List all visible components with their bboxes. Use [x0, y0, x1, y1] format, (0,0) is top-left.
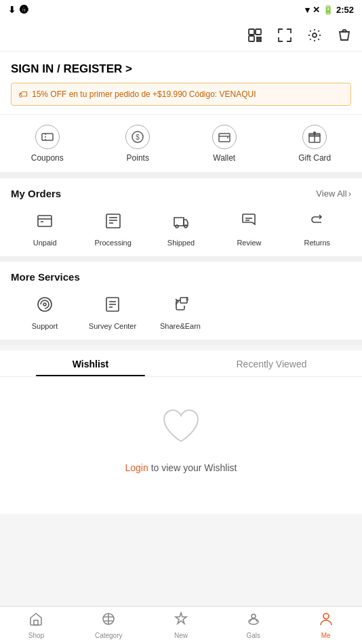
review-label: Review — [237, 239, 261, 247]
share-earn-service-item[interactable]: $ Share&Earn — [146, 292, 214, 330]
status-bar-right: ▾ ✕ 🔋 2:52 — [305, 5, 354, 15]
support-icon — [33, 292, 57, 317]
view-all-orders[interactable]: View All › — [316, 188, 351, 199]
qr-scan-button[interactable] — [245, 26, 264, 45]
new-icon — [174, 611, 188, 630]
promo-icon: 🏷 — [18, 89, 28, 100]
heart-icon — [157, 404, 205, 451]
shop-label: Shop — [28, 632, 44, 639]
divider-1 — [0, 173, 362, 178]
download-icon: ⬇ — [8, 5, 16, 15]
points-link[interactable]: $ Points — [125, 125, 150, 163]
promo-text: 15% OFF en tu primer pedido de +$19.990 … — [32, 89, 256, 99]
new-label: New — [174, 632, 188, 639]
wishlist-login-link[interactable]: Login — [125, 462, 148, 473]
svg-rect-3 — [257, 37, 258, 39]
svg-rect-34 — [34, 620, 38, 625]
services-icons-row: Support Survey Center — [11, 292, 351, 330]
svg-point-27 — [43, 303, 46, 306]
bottom-nav: Shop Category New Gals — [0, 606, 362, 644]
more-services-header: More Services — [11, 271, 351, 283]
processing-order-item[interactable]: Processing — [79, 209, 146, 247]
me-icon — [319, 611, 334, 630]
shipped-label: Shipped — [167, 239, 195, 247]
coupons-link[interactable]: Coupons — [31, 125, 64, 163]
svg-rect-5 — [257, 40, 261, 41]
tab-recently-viewed[interactable]: Recently Viewed — [181, 350, 362, 376]
share-earn-label: Share&Earn — [160, 322, 201, 330]
shopping-bag-icon[interactable] — [335, 26, 354, 45]
giftcard-icon — [302, 125, 327, 149]
returns-icon — [305, 209, 329, 233]
survey-center-label: Survey Center — [89, 322, 136, 330]
more-services-section: More Services Support — [0, 262, 362, 340]
app-icon: 🅐 — [20, 5, 28, 15]
chevron-right-icon: › — [348, 188, 351, 199]
wallet-icon — [212, 125, 237, 149]
tab-wishlist[interactable]: Wishlist — [0, 350, 181, 376]
unpaid-order-item[interactable]: Unpaid — [11, 209, 79, 247]
svg-rect-7 — [42, 134, 53, 140]
svg-text:$: $ — [186, 296, 189, 302]
wallet-link[interactable]: Wallet — [212, 125, 237, 163]
giftcard-label: Gift Card — [298, 153, 331, 163]
svg-point-26 — [38, 298, 52, 311]
clock: 2:52 — [336, 5, 354, 15]
shop-icon — [28, 611, 43, 630]
nav-new[interactable]: New — [145, 607, 218, 644]
promo-banner: 🏷 15% OFF en tu primer pedido de +$19.99… — [11, 83, 351, 106]
expand-icon[interactable] — [275, 26, 294, 45]
order-icons-row: Unpaid Processing — [11, 209, 351, 247]
battery-icon: 🔋 — [323, 5, 334, 15]
returns-order-item[interactable]: Returns — [283, 209, 351, 247]
returns-label: Returns — [304, 239, 331, 247]
signin-section: SIGN IN / REGISTER > 🏷 15% OFF en tu pri… — [0, 52, 362, 114]
nav-gals[interactable]: Gals — [217, 607, 289, 644]
svg-rect-18 — [106, 214, 120, 228]
processing-icon — [101, 209, 125, 233]
survey-center-service-item[interactable]: Survey Center — [79, 292, 146, 330]
share-earn-icon: $ — [168, 292, 193, 317]
me-label: Me — [321, 632, 331, 639]
survey-icon — [100, 292, 125, 317]
my-orders-header: My Orders View All › — [11, 188, 351, 199]
support-service-item[interactable]: Support — [11, 292, 79, 330]
gals-label: Gals — [247, 632, 261, 639]
top-toolbar — [0, 19, 362, 52]
support-label: Support — [32, 322, 58, 330]
review-icon — [237, 209, 261, 233]
svg-point-38 — [252, 614, 256, 618]
svg-rect-0 — [249, 29, 254, 35]
nav-shop[interactable]: Shop — [0, 607, 73, 644]
wallet-label: Wallet — [213, 153, 235, 163]
wishlist-section: Wishlist Recently Viewed Login to view y… — [0, 350, 362, 514]
points-icon: $ — [125, 125, 150, 149]
svg-point-6 — [313, 33, 317, 37]
svg-point-22 — [176, 225, 178, 228]
svg-point-39 — [323, 613, 329, 619]
svg-text:$: $ — [136, 134, 140, 141]
main-content: SIGN IN / REGISTER > 🏷 15% OFF en tu pri… — [0, 52, 362, 606]
wishlist-empty-text: to view your Wishlist — [148, 462, 237, 473]
points-label: Points — [127, 153, 149, 163]
nav-category[interactable]: Category — [73, 607, 145, 644]
wishlist-login-message: Login to view your Wishlist — [125, 462, 237, 473]
unpaid-label: Unpaid — [33, 239, 57, 247]
status-bar-left-icons: ⬇ 🅐 — [8, 5, 28, 15]
signin-link[interactable]: SIGN IN / REGISTER > — [11, 62, 132, 75]
nav-me[interactable]: Me — [289, 607, 362, 644]
more-services-title: More Services — [11, 271, 80, 283]
divider-3 — [0, 340, 362, 345]
wishlist-tabs: Wishlist Recently Viewed — [0, 350, 362, 377]
unpaid-icon — [33, 209, 57, 233]
svg-rect-15 — [38, 216, 52, 226]
svg-rect-2 — [249, 36, 254, 41]
my-orders-section: My Orders View All › Unpaid — [0, 178, 362, 256]
settings-icon[interactable] — [305, 26, 324, 45]
shipped-order-item[interactable]: Shipped — [147, 209, 215, 247]
shipped-icon — [169, 209, 193, 233]
review-order-item[interactable]: Review — [215, 209, 283, 247]
giftcard-link[interactable]: Gift Card — [298, 125, 331, 163]
coupons-label: Coupons — [31, 153, 64, 163]
wishlist-content: Login to view your Wishlist — [0, 377, 362, 514]
